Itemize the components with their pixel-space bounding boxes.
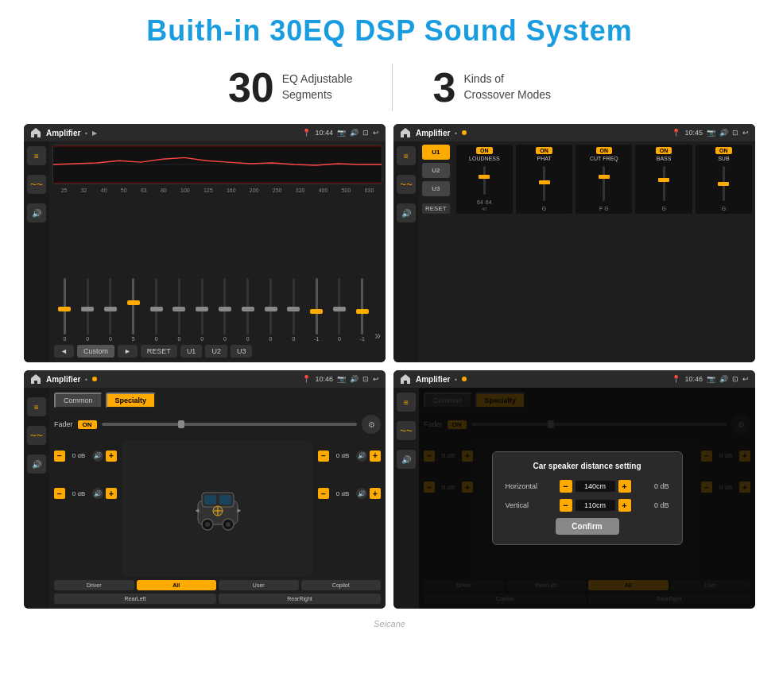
wave-btn-2[interactable]: 〜〜: [397, 175, 416, 194]
screen-1-content: ≡ 〜〜 🔊 25 32 40: [24, 141, 386, 362]
bass-on-badge[interactable]: ON: [656, 147, 672, 154]
sub-label: SUB: [718, 156, 729, 161]
location-icon-1: 📍: [302, 129, 311, 137]
freq-250: 250: [273, 188, 282, 193]
slider-12[interactable]: -1: [306, 278, 327, 342]
home-icon-4[interactable]: [400, 373, 411, 385]
preset-u2[interactable]: U2: [422, 163, 450, 178]
vol-rr-plus[interactable]: +: [370, 488, 381, 499]
screen-3-speaker: Amplifier ▪ 📍 10:46 📷 🔊 ⊡ ↩ ≡ 〜〜 🔊: [24, 370, 386, 609]
vol-rr-minus[interactable]: −: [318, 488, 329, 499]
phat-on-badge[interactable]: ON: [536, 147, 552, 154]
freq-500: 500: [342, 188, 351, 193]
xover-main: U1 U2 U3 RESET ON LOUDNESS: [419, 141, 755, 362]
freq-125: 125: [203, 188, 213, 193]
slider-6[interactable]: 0: [169, 278, 190, 342]
reset-btn-2[interactable]: RESET: [422, 203, 450, 214]
stats-row: 30 EQ Adjustable Segments 3 Kinds of Cro…: [0, 56, 779, 124]
vol-fr-minus[interactable]: −: [318, 451, 329, 462]
horizontal-value: 140cm: [576, 481, 615, 492]
eq-btn-2[interactable]: ≡: [397, 146, 416, 165]
speaker-fr-icon: 🔊: [356, 451, 367, 462]
volume-btn-1[interactable]: 🔊: [27, 203, 46, 222]
vol-rr-value: 0 dB: [331, 490, 354, 497]
btn-all[interactable]: All: [137, 580, 217, 590]
home-icon-3[interactable]: [30, 373, 41, 385]
back-icon-1: ↩: [373, 129, 379, 137]
vol-btn-2[interactable]: 🔊: [397, 203, 416, 222]
btn-rearleft[interactable]: RearLeft: [54, 594, 216, 604]
crossover-content: ≡ 〜〜 🔊 U1 U2 U3 RESET ON: [393, 141, 755, 362]
dialog-title: Car speaker distance setting: [506, 462, 669, 470]
slider-8[interactable]: 0: [215, 278, 236, 342]
reset-btn[interactable]: RESET: [141, 345, 177, 358]
prev-btn[interactable]: ◄: [54, 345, 74, 358]
u3-btn[interactable]: U3: [231, 345, 253, 358]
status-bar-1: Amplifier ▪ ▶ 📍 10:44 📷 🔊 ⊡ ↩: [24, 124, 386, 141]
eq-btn-4[interactable]: ≡: [397, 393, 416, 412]
vol-btn-3[interactable]: 🔊: [27, 454, 46, 474]
loudness-on-badge[interactable]: ON: [476, 147, 493, 154]
slider-5[interactable]: 0: [145, 278, 167, 342]
btn-copilot[interactable]: Copilot: [301, 580, 382, 590]
custom-btn[interactable]: Custom: [77, 345, 114, 358]
wave-btn-3[interactable]: 〜〜: [27, 426, 46, 445]
tab-specialty-3[interactable]: Specialty: [106, 393, 157, 408]
svg-point-11: [226, 522, 231, 527]
expand-arrows[interactable]: »: [374, 329, 381, 342]
home-icon-2[interactable]: [400, 127, 411, 138]
horizontal-plus[interactable]: +: [618, 480, 631, 493]
slider-4[interactable]: 5: [122, 278, 144, 342]
eq-btn-3[interactable]: ≡: [27, 397, 46, 416]
play-btn[interactable]: ►: [118, 345, 138, 358]
preset-u1[interactable]: U1: [422, 145, 450, 160]
vertical-plus[interactable]: +: [618, 499, 631, 512]
speaker-rr-icon: 🔊: [356, 488, 367, 499]
vol-fl-minus[interactable]: −: [54, 451, 65, 462]
right-controls: − 0 dB 🔊 + − 0 dB 🔊: [318, 440, 381, 509]
volume-icon-2: 🔊: [719, 129, 728, 137]
settings-icon[interactable]: ⚙: [362, 415, 381, 434]
vol-rl-minus[interactable]: −: [54, 488, 65, 499]
cutfreq-f: F G: [599, 206, 609, 211]
u2-btn[interactable]: U2: [205, 345, 227, 358]
wave-btn-4[interactable]: 〜〜: [397, 421, 416, 440]
sub-on-badge[interactable]: ON: [715, 147, 732, 154]
horizontal-minus[interactable]: −: [560, 480, 572, 493]
preset-u3[interactable]: U3: [422, 181, 450, 196]
eq-sliders-row: 0 0 0 5 0: [52, 196, 382, 342]
loudness-label: LOUDNESS: [469, 156, 500, 161]
slider-3[interactable]: 0: [100, 278, 122, 342]
btn-driver[interactable]: Driver: [54, 580, 134, 590]
slider-10[interactable]: 0: [260, 278, 281, 342]
slider-7[interactable]: 0: [192, 278, 213, 342]
slider-2[interactable]: 0: [77, 278, 99, 342]
tab-common-3[interactable]: Common: [54, 393, 103, 408]
fader-slider[interactable]: [102, 423, 357, 426]
vertical-minus[interactable]: −: [560, 499, 572, 512]
slider-14[interactable]: -1: [351, 278, 373, 342]
vol-fr-plus[interactable]: +: [370, 451, 381, 462]
u1-btn[interactable]: U1: [180, 345, 203, 358]
camera-icon-1: 📷: [337, 129, 346, 137]
home-icon-1[interactable]: [30, 127, 41, 138]
vertical-control: − 110cm +: [560, 499, 631, 512]
vol-rl-plus[interactable]: +: [106, 488, 117, 499]
btn-rearright[interactable]: RearRight: [219, 594, 381, 604]
btn-user-3[interactable]: User: [219, 580, 299, 590]
slider-1[interactable]: 0: [54, 278, 76, 342]
confirm-button[interactable]: Confirm: [556, 518, 619, 535]
cutfreq-on-badge[interactable]: ON: [596, 147, 613, 154]
horizontal-db: 0 dB: [654, 482, 669, 490]
slider-11[interactable]: 0: [283, 278, 304, 342]
fader-thumb[interactable]: [178, 420, 184, 428]
eq-btn-1[interactable]: ≡: [27, 146, 46, 165]
horizontal-control: − 140cm +: [560, 480, 631, 493]
fader-on[interactable]: ON: [78, 420, 97, 429]
vol-fl-plus[interactable]: +: [106, 451, 117, 462]
slider-9[interactable]: 0: [237, 278, 258, 342]
vol-btn-4[interactable]: 🔊: [397, 450, 416, 469]
wave-btn-1[interactable]: 〜〜: [27, 175, 46, 194]
slider-13[interactable]: 0: [329, 278, 351, 342]
vol-fr: − 0 dB 🔊 +: [318, 451, 381, 462]
